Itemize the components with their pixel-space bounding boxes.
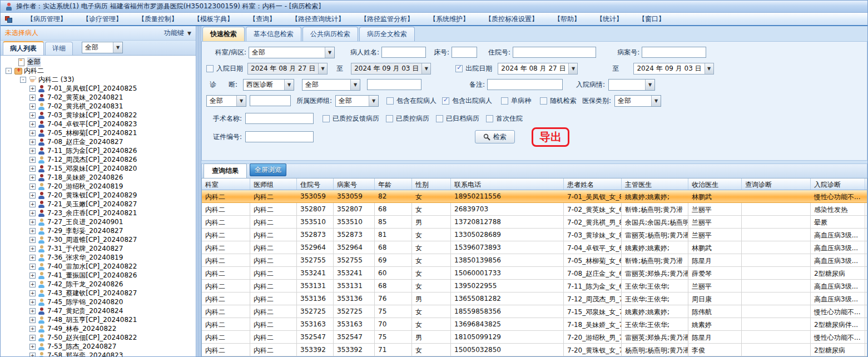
tree-item-patient[interactable]: +7-42_陈干龙_20240826 [3, 280, 196, 289]
tree-item-patient[interactable]: +7-27_王良进_20240901 [3, 217, 196, 226]
menu-item[interactable]: 【质控标准设置】 [477, 13, 546, 26]
tree-item-patient[interactable]: +7-05_林柳菊[CP]_20240821 [3, 128, 196, 137]
expander-icon[interactable]: - [20, 77, 26, 83]
expander-icon[interactable]: + [29, 281, 36, 287]
column-header[interactable]: 患者姓名 [564, 178, 622, 190]
chevron-down-icon[interactable]: ▼ [318, 63, 327, 74]
tree-item-doctor-group[interactable]: -内科二 (33) [3, 75, 196, 84]
surgery-name-input[interactable] [245, 113, 314, 124]
table-row[interactable]: 内科二内科二35275535275569女138501398567-05_林柳菊… [202, 254, 867, 267]
tab-fullscreen-view[interactable]: 全屏浏览 [250, 163, 286, 176]
tree-item-patient[interactable]: +7-31_于代牌_20240827 [3, 244, 196, 253]
table-row[interactable]: 内科二内科二35339235339271女150050328507-20_黄珠钗… [202, 344, 867, 356]
table-row[interactable]: 内科二内科二35316335316370女136968438257-18_吴妹娇… [202, 318, 867, 331]
first-admission-checkbox[interactable] [486, 115, 493, 122]
column-header[interactable]: 住院号 [297, 178, 334, 190]
random-search-checkbox[interactable] [540, 97, 547, 105]
column-header[interactable]: 收治医生 [688, 178, 742, 190]
id-number-input[interactable] [245, 131, 314, 142]
tree-item-patient[interactable]: +7-30_周道锥[CP]_20240827 [3, 235, 196, 244]
expander-icon[interactable]: + [29, 139, 36, 145]
column-header[interactable]: 主管医生 [622, 178, 688, 190]
tree-item-patient[interactable]: +7-49_林春_20240822 [3, 324, 196, 333]
doctor-group-combo[interactable]: 全部 ▼ [335, 95, 379, 107]
table-row[interactable]: 内科二内科二35313635313676男136550812827-12_周茂杰… [202, 292, 867, 305]
discharge-date-to-picker[interactable]: 2024 年 09 月 03 日 ▼ [633, 63, 713, 75]
chevron-down-icon[interactable]: ▼ [236, 96, 246, 106]
admit-date-to-picker[interactable]: 2024 年 09 月 03 日 ▼ [351, 63, 431, 75]
tree-item-patient[interactable]: +7-21_吴玉嫩[CP]_20240827 [3, 200, 196, 209]
tree-item-all[interactable]: 全部 [3, 57, 196, 66]
tree-item-patient[interactable]: +7-01_吴凤钗[CP]_20240825 [3, 84, 196, 93]
expander-icon[interactable]: + [29, 210, 36, 216]
menu-item[interactable]: 【帮助】 [546, 13, 588, 26]
column-header[interactable]: 联系电话 [451, 178, 564, 190]
expander-icon[interactable]: + [29, 95, 36, 101]
table-row[interactable]: 内科二内科二35313135313168女13950229557-11_陈为金_… [202, 280, 867, 292]
panel-splitter[interactable] [196, 26, 201, 357]
tree-item-patient[interactable]: +7-02_黄兆祺_20240831 [3, 102, 196, 111]
tree-item-patient[interactable]: +7-02_黄英妹_20240821 [3, 93, 196, 102]
table-row[interactable]: 内科二内科二35272535272575女185598583567-15_邓泉妹… [202, 305, 867, 318]
function-key-dropdown[interactable]: 功能键 ▼ [164, 28, 191, 38]
expander-icon[interactable]: + [29, 237, 36, 243]
expander-icon[interactable]: + [29, 335, 36, 341]
expander-icon[interactable]: + [29, 175, 36, 181]
expander-icon[interactable]: + [29, 184, 36, 190]
column-header[interactable]: 科室 [202, 178, 250, 190]
chevron-down-icon[interactable]: ▼ [325, 47, 334, 58]
menu-item[interactable]: 【诊疗管理】 [75, 13, 130, 26]
search-button[interactable]: 检索 [475, 130, 515, 143]
case-no-input[interactable] [642, 47, 706, 58]
tree-item-patient[interactable]: +7-18_吴妹娇_20240826 [3, 173, 196, 182]
bed-no-input[interactable] [452, 47, 477, 58]
tree-item-department[interactable]: -内科二 [3, 66, 196, 75]
archived-checkbox[interactable] [436, 115, 443, 122]
diagnosis-type-combo[interactable]: 西医诊断 ▼ [243, 79, 294, 91]
table-row[interactable]: 内科二内科二35324135324160女150600017337-08_赵庄金… [202, 267, 867, 280]
menu-item[interactable]: 【窗口】 [631, 13, 673, 26]
expander-icon[interactable]: + [29, 86, 36, 92]
expander-icon[interactable]: + [29, 326, 36, 332]
expander-icon[interactable]: + [29, 246, 36, 252]
expander-icon[interactable]: + [29, 219, 36, 225]
expander-icon[interactable]: + [29, 121, 36, 127]
table-row[interactable]: 内科二内科二35287335287381女133050286897-03_黄珍妹… [202, 229, 867, 241]
tree-item-patient[interactable]: +7-47_黄妃贵_20240824 [3, 306, 196, 315]
tree-item-patient[interactable]: +7-11_陈为金[CP]_20240826 [3, 146, 196, 155]
chevron-down-icon[interactable]: ▼ [651, 96, 661, 106]
expander-icon[interactable]: + [29, 317, 36, 323]
menu-item[interactable]: 【病历管理】 [19, 13, 75, 26]
diagnosis-input[interactable] [367, 79, 421, 90]
expander-icon[interactable]: + [29, 192, 36, 199]
tree-item-patient[interactable]: +7-29_李彰妥_20240827 [3, 226, 196, 235]
tree-item-patient[interactable]: +7-41_董振国[CP]_20240826 [3, 271, 196, 280]
chevron-down-icon[interactable]: ▼ [350, 80, 360, 90]
discharge-date-from-picker[interactable]: 2024 年 08 月 27 日 ▼ [498, 63, 578, 75]
tab-fulltext-search[interactable]: 病历全文检索 [359, 27, 415, 41]
admit-condition-combo[interactable]: ▼ [608, 79, 655, 91]
menu-item[interactable]: 【质量控制】 [130, 13, 186, 26]
menu-item[interactable]: 【统计】 [588, 13, 631, 26]
qc-feedback-checkbox[interactable] [323, 115, 330, 122]
expander-icon[interactable]: + [29, 264, 36, 270]
patient-name-input[interactable] [381, 47, 426, 58]
inpatient-no-input[interactable] [513, 47, 596, 58]
expander-icon[interactable]: + [29, 148, 36, 154]
tree-item-patient[interactable]: +7-50_赵兴佃[CP]_20240822 [3, 333, 196, 342]
tab-query-results[interactable]: 查询结果 [204, 163, 247, 178]
column-header[interactable]: 查询诊断 [742, 178, 811, 190]
expander-icon[interactable]: - [6, 68, 12, 74]
table-row[interactable]: 内科二内科二35351035351085男137208127887-02_黄兆祺… [202, 216, 867, 229]
column-header[interactable]: 性别 [412, 178, 451, 190]
admit-date-from-picker[interactable]: 2024 年 08 月 27 日 ▼ [247, 63, 328, 75]
tree-item-patient[interactable]: +7-15_邓泉妹[CP]_20240820 [3, 164, 196, 173]
expander-icon[interactable]: + [29, 272, 36, 279]
table-row[interactable]: 内科二内科二35305935305982女189502115567-01_吴凤钗… [202, 190, 867, 203]
tree-item-patient[interactable]: +7-20_黄珠钗[CP]_20240829 [3, 191, 196, 200]
include-discharged-checkbox[interactable] [442, 97, 449, 105]
qc-done-checkbox[interactable] [386, 115, 393, 122]
tab-public-record-search[interactable]: 公共病历检索 [302, 27, 358, 41]
chevron-down-icon[interactable]: ▼ [645, 80, 654, 90]
column-header[interactable]: 年龄 [375, 178, 412, 190]
